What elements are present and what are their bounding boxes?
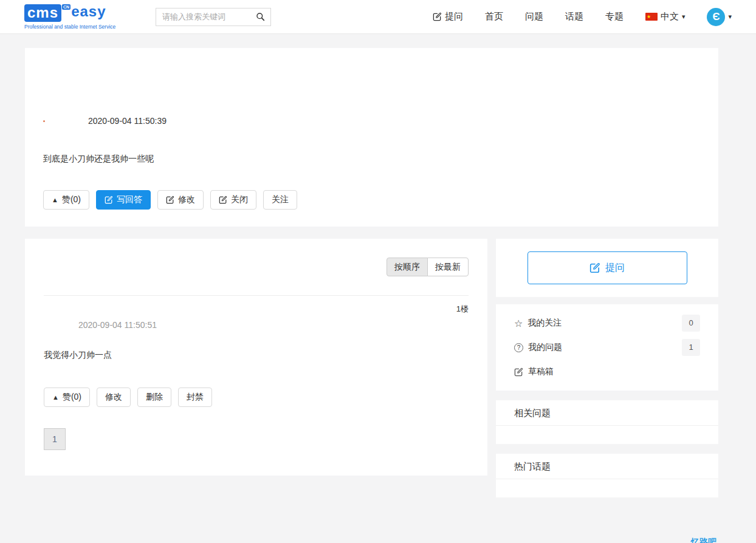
watermark-chinese-text: 忆路吧 bbox=[656, 538, 751, 543]
chevron-down-icon: ▾ bbox=[682, 13, 686, 21]
sidebar: 提问 ☆ 我的关注 0 ? 我的问题 1 草稿箱 bbox=[496, 239, 718, 497]
divider bbox=[44, 295, 469, 296]
edit-icon bbox=[219, 196, 227, 204]
edit-icon bbox=[433, 12, 442, 21]
edit-icon bbox=[589, 262, 600, 273]
answer-timestamp: 2020-09-04 11:50:51 bbox=[78, 320, 469, 330]
answer-item: 1楼 2020-09-04 11:50:51 我觉得小刀帅一点 ▲ 赞(0) 修… bbox=[44, 304, 469, 407]
answers-card: 按顺序 按最新 1楼 2020-09-04 11:50:51 我觉得小刀帅一点 … bbox=[25, 239, 487, 476]
nav-questions-label: 问题 bbox=[525, 11, 543, 22]
question-content: 到底是小刀帅还是我帅一些呢 bbox=[43, 154, 700, 165]
my-follows-count-badge: 0 bbox=[682, 315, 700, 332]
hot-topics-title: 热门话题 bbox=[496, 454, 718, 479]
chevron-down-icon: ▾ bbox=[728, 13, 732, 21]
my-follows-label: 我的关注 bbox=[527, 318, 562, 329]
related-questions-card: 相关问题 bbox=[496, 400, 718, 444]
avatar: Є bbox=[707, 8, 725, 26]
answer-sort-tabs: 按顺序 按最新 bbox=[44, 239, 469, 276]
hot-topics-body bbox=[496, 479, 718, 497]
like-button[interactable]: ▲ 赞(0) bbox=[43, 190, 89, 210]
language-label: 中文 bbox=[661, 11, 679, 22]
question-card: 2020-09-04 11:50:39 到底是小刀帅还是我帅一些呢 ▲ 赞(0)… bbox=[25, 48, 718, 227]
nav-specials-label: 专题 bbox=[605, 11, 624, 22]
nav-questions[interactable]: 问题 bbox=[525, 11, 543, 22]
edit-label: 修改 bbox=[178, 194, 195, 205]
drafts-label: 草稿箱 bbox=[528, 366, 554, 377]
main-content: 2020-09-04 11:50:39 到底是小刀帅还是我帅一些呢 ▲ 赞(0)… bbox=[25, 48, 718, 497]
main-nav: 提问 首页 问题 话题 专题 ★ 中文 ▾ Є ▾ bbox=[433, 8, 732, 26]
pagination: 1 bbox=[44, 428, 469, 450]
sidebar-ask-label: 提问 bbox=[605, 262, 625, 275]
search-input[interactable] bbox=[156, 12, 255, 21]
related-questions-body bbox=[496, 426, 718, 444]
header: cms CN easy Professional and stable Inte… bbox=[0, 0, 756, 34]
answer-ban-button[interactable]: 封禁 bbox=[178, 388, 212, 407]
tab-by-order[interactable]: 按顺序 bbox=[387, 258, 428, 276]
related-questions-title: 相关问题 bbox=[496, 400, 718, 426]
logo-cn-badge: CN bbox=[62, 4, 70, 10]
user-menu[interactable]: Є ▾ bbox=[707, 8, 732, 26]
like-triangle-icon: ▲ bbox=[52, 197, 58, 203]
answer-like-button[interactable]: ▲ 赞(0) bbox=[44, 388, 90, 407]
china-flag-icon: ★ bbox=[645, 13, 658, 21]
follow-label: 关注 bbox=[272, 194, 289, 205]
nav-topics-label: 话题 bbox=[565, 11, 583, 22]
my-questions-label: 我的问题 bbox=[528, 342, 562, 353]
close-question-button[interactable]: 关闭 bbox=[210, 190, 256, 210]
answer-delete-button[interactable]: 删除 bbox=[137, 388, 171, 407]
logo-cms-text: cms bbox=[24, 4, 61, 22]
logo-tagline: Professional and stable Internet Service bbox=[24, 24, 146, 30]
star-icon: ☆ bbox=[514, 318, 523, 329]
logo-wordmark: cms CN easy bbox=[24, 4, 146, 22]
nav-home[interactable]: 首页 bbox=[485, 11, 503, 22]
question-circle-icon: ? bbox=[514, 343, 523, 352]
language-selector[interactable]: ★ 中文 ▾ bbox=[645, 11, 686, 22]
nav-specials[interactable]: 专题 bbox=[605, 11, 624, 22]
question-timestamp: 2020-09-04 11:50:39 bbox=[88, 116, 167, 126]
sidebar-item-my-follows[interactable]: ☆ 我的关注 0 bbox=[514, 311, 700, 335]
answer-like-label: 赞(0) bbox=[63, 392, 81, 403]
answer-edit-button[interactable]: 修改 bbox=[97, 388, 131, 407]
question-actions: ▲ 赞(0) 写回答 修改 关闭 关注 bbox=[43, 190, 700, 210]
like-triangle-icon: ▲ bbox=[52, 394, 59, 401]
question-glyph: ? bbox=[514, 343, 523, 352]
edit-icon bbox=[105, 196, 113, 204]
my-questions-count-badge: 1 bbox=[682, 339, 700, 356]
follow-button[interactable]: 关注 bbox=[263, 190, 297, 210]
hot-topics-card: 热门话题 bbox=[496, 454, 718, 497]
cmseasy-logo[interactable]: cms CN easy Professional and stable Inte… bbox=[24, 4, 146, 30]
search-icon bbox=[256, 12, 265, 21]
avatar-placeholder bbox=[43, 120, 45, 122]
write-answer-label: 写回答 bbox=[117, 194, 142, 205]
answer-actions: ▲ 赞(0) 修改 删除 封禁 bbox=[44, 388, 469, 407]
edit-question-button[interactable]: 修改 bbox=[157, 190, 204, 210]
yiluxb-watermark: 忆路吧 YiLUXB.cn bbox=[632, 538, 751, 543]
edit-icon bbox=[166, 196, 174, 204]
sidebar-item-my-questions[interactable]: ? 我的问题 1 bbox=[514, 335, 700, 360]
nav-home-label: 首页 bbox=[485, 11, 503, 22]
search-button[interactable] bbox=[255, 12, 270, 21]
tab-by-newest[interactable]: 按最新 bbox=[427, 258, 469, 276]
ask-card: 提问 bbox=[496, 239, 718, 297]
answer-content: 我觉得小刀帅一点 bbox=[44, 350, 469, 361]
nav-ask-label: 提问 bbox=[445, 11, 463, 22]
logo-easy-text: easy bbox=[71, 4, 106, 19]
nav-topics[interactable]: 话题 bbox=[565, 11, 583, 22]
write-answer-button[interactable]: 写回答 bbox=[96, 190, 151, 210]
user-stats-card: ☆ 我的关注 0 ? 我的问题 1 草稿箱 bbox=[496, 304, 718, 391]
search-box bbox=[156, 8, 271, 26]
sidebar-ask-button[interactable]: 提问 bbox=[527, 251, 687, 284]
edit-icon bbox=[514, 367, 523, 377]
like-label: 赞(0) bbox=[62, 194, 81, 205]
question-meta: 2020-09-04 11:50:39 bbox=[43, 48, 700, 126]
footer: 关于我们-联系我们-注意事项 忆路吧 YiLUXB.cn bbox=[0, 497, 756, 543]
answer-floor-label: 1楼 bbox=[44, 304, 469, 315]
close-label: 关闭 bbox=[231, 194, 248, 205]
flag-star-glyph: ★ bbox=[647, 15, 651, 19]
page-number[interactable]: 1 bbox=[44, 428, 66, 450]
nav-ask[interactable]: 提问 bbox=[433, 11, 463, 22]
sidebar-item-drafts[interactable]: 草稿箱 bbox=[514, 360, 700, 384]
